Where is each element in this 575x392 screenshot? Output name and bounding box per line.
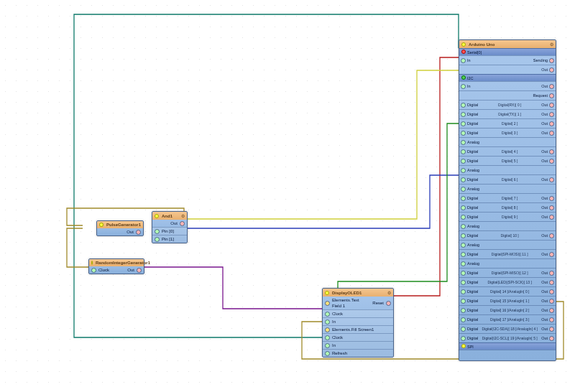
pin-serial-in[interactable] bbox=[461, 58, 466, 63]
pin-mid-label: Digital[ 7 ] bbox=[479, 196, 540, 200]
pin-refresh[interactable] bbox=[325, 351, 330, 356]
pin-left-label: Analog bbox=[467, 187, 479, 191]
pin-digital-out[interactable] bbox=[549, 177, 554, 182]
node-arduino-uno[interactable]: Arduino Uno⚙ Serial[0] In Sending Out I2… bbox=[459, 39, 556, 361]
pin-digital-out[interactable] bbox=[549, 121, 554, 126]
pin-digital-in[interactable] bbox=[461, 224, 466, 229]
arduino-pin-row: Analog bbox=[459, 137, 556, 146]
pin-digital-in[interactable] bbox=[461, 327, 466, 332]
pin-digital-out[interactable] bbox=[549, 317, 554, 322]
pin-digital-out[interactable] bbox=[549, 103, 554, 108]
pin-digital-out[interactable] bbox=[549, 308, 554, 313]
pin-digital-out[interactable] bbox=[549, 233, 554, 238]
pin-digital-in[interactable] bbox=[461, 131, 466, 136]
pin-clock[interactable] bbox=[325, 312, 330, 317]
pin-left-label: Digital bbox=[467, 121, 478, 126]
pin-serial-out[interactable] bbox=[549, 67, 554, 73]
pin-sending[interactable] bbox=[549, 58, 554, 63]
pin-digital-in[interactable] bbox=[461, 271, 466, 276]
pin-digital-in[interactable] bbox=[461, 159, 466, 164]
pin-left-label: Digital bbox=[467, 233, 478, 238]
arduino-pin-row: DigitalDigital[ 4 ]Out bbox=[459, 146, 556, 156]
pin-right-label: Out bbox=[541, 308, 548, 312]
pin-digital-out[interactable] bbox=[549, 159, 554, 164]
pin-digital-out[interactable] bbox=[549, 299, 554, 304]
pin-out[interactable] bbox=[136, 230, 141, 235]
pin-digital-in[interactable] bbox=[461, 215, 466, 220]
pin-digital-in[interactable] bbox=[461, 112, 466, 117]
pin-digital-in[interactable] bbox=[461, 140, 466, 145]
gear-icon[interactable]: ⚙ bbox=[387, 290, 391, 295]
pin-i2c-out[interactable] bbox=[549, 84, 554, 89]
pin-in[interactable] bbox=[325, 319, 330, 325]
pin-digital-in[interactable] bbox=[461, 280, 466, 285]
pin-digital-in[interactable] bbox=[461, 336, 466, 341]
pin-digital-out[interactable] bbox=[549, 215, 554, 220]
pin-digital-in[interactable] bbox=[461, 196, 466, 201]
pin-digital-in[interactable] bbox=[461, 103, 466, 108]
pin-digital-in[interactable] bbox=[461, 121, 466, 126]
pin-digital-in[interactable] bbox=[461, 289, 466, 294]
arduino-pin-row: DigitalDigital(SPI-MOSI)[ 11 ]Out bbox=[459, 249, 556, 258]
node-display-oled[interactable]: DisplayOLED1⚙ Elements.Text Field 1Reset… bbox=[322, 288, 394, 358]
pin-request[interactable] bbox=[549, 93, 554, 98]
pin-digital-in[interactable] bbox=[461, 299, 466, 304]
pin-digital-out[interactable] bbox=[549, 252, 554, 257]
pin-digital-in[interactable] bbox=[461, 261, 466, 266]
pin-mid-label: Digital[ 9 ] bbox=[479, 215, 540, 219]
pin-digital-in[interactable] bbox=[461, 243, 466, 248]
pin-digital-in[interactable] bbox=[461, 233, 466, 238]
pin-digital-in[interactable] bbox=[461, 177, 466, 182]
pin-digital-in[interactable] bbox=[461, 317, 466, 322]
gear-icon[interactable]: ⚙ bbox=[550, 42, 553, 47]
pin-digital-out[interactable] bbox=[549, 271, 554, 276]
pin-digital-out[interactable] bbox=[549, 112, 554, 117]
pin-digital-in[interactable] bbox=[461, 205, 466, 210]
pin-right-label: Out bbox=[541, 299, 548, 303]
pin-1[interactable] bbox=[155, 237, 160, 242]
pin-right-label: Out bbox=[541, 280, 548, 284]
arduino-pin-row: DigitalDigital(I2C-SCL)[ 19 ]/AnalogIn[ … bbox=[459, 333, 556, 342]
pin-mid-label: Digital[ 6 ] bbox=[479, 177, 540, 182]
node-and[interactable]: And1⚙ Out Pin [0] Pin [1] bbox=[152, 211, 188, 243]
pin-digital-in[interactable] bbox=[461, 308, 466, 313]
pin-digital-in[interactable] bbox=[461, 168, 466, 173]
pin-in2[interactable] bbox=[325, 343, 330, 348]
pin-mid-label: Digital[ 2 ] bbox=[479, 121, 540, 126]
pin-digital-in[interactable] bbox=[461, 149, 466, 154]
pin-elem-fill[interactable] bbox=[325, 327, 330, 332]
pin-right-label: Out bbox=[541, 196, 548, 200]
pin-i2c-in[interactable] bbox=[461, 84, 466, 89]
pin-0[interactable] bbox=[155, 229, 160, 234]
pin-clock[interactable] bbox=[91, 268, 96, 273]
pin-digital-in[interactable] bbox=[461, 252, 466, 257]
pin-right-label: Out bbox=[541, 103, 548, 107]
arduino-pin-row: DigitalDigital[ 2 ]Out bbox=[459, 118, 556, 128]
pin-digital-out[interactable] bbox=[549, 131, 554, 136]
pin-digital-out[interactable] bbox=[549, 196, 554, 201]
pin-clock2[interactable] bbox=[325, 335, 330, 340]
pin-mid-label: Digital[ 3 ] bbox=[479, 131, 540, 135]
pin-digital-out[interactable] bbox=[549, 289, 554, 294]
pin-right-label: Out bbox=[541, 327, 548, 331]
pin-left-label: Digital bbox=[467, 252, 478, 256]
pin-reset[interactable] bbox=[386, 301, 391, 306]
pin-elem-text[interactable] bbox=[325, 301, 330, 306]
row-label: In bbox=[332, 342, 336, 348]
arduino-pin-row: DigitalDigital(TX)[ 1 ]Out bbox=[459, 109, 556, 118]
pin-right-label: Out bbox=[541, 252, 548, 256]
pin-out[interactable] bbox=[137, 268, 142, 273]
pin-digital-out[interactable] bbox=[549, 149, 554, 154]
pin-digital-out[interactable] bbox=[549, 336, 554, 341]
node-random-integer-generator[interactable]: RandomIntegerGenerator1 Clock Out bbox=[88, 258, 144, 274]
pin-out[interactable] bbox=[180, 221, 185, 226]
pin-left-label: Digital bbox=[467, 196, 478, 200]
node-pulse-generator[interactable]: PulseGenerator1 Out bbox=[96, 220, 144, 236]
gear-icon[interactable]: ⚙ bbox=[181, 213, 185, 218]
pin-mid-label: Digital(I2C-SDA)[ 18 ]/AnalogIn[ 4 ] bbox=[479, 327, 540, 331]
pin-digital-in[interactable] bbox=[461, 187, 466, 192]
pin-digital-out[interactable] bbox=[549, 327, 554, 332]
pin-digital-out[interactable] bbox=[549, 205, 554, 210]
arduino-pin-row: DigitalDigital[ 17 ]/AnalogIn[ 3 ]Out bbox=[459, 314, 556, 324]
pin-digital-out[interactable] bbox=[549, 280, 554, 285]
